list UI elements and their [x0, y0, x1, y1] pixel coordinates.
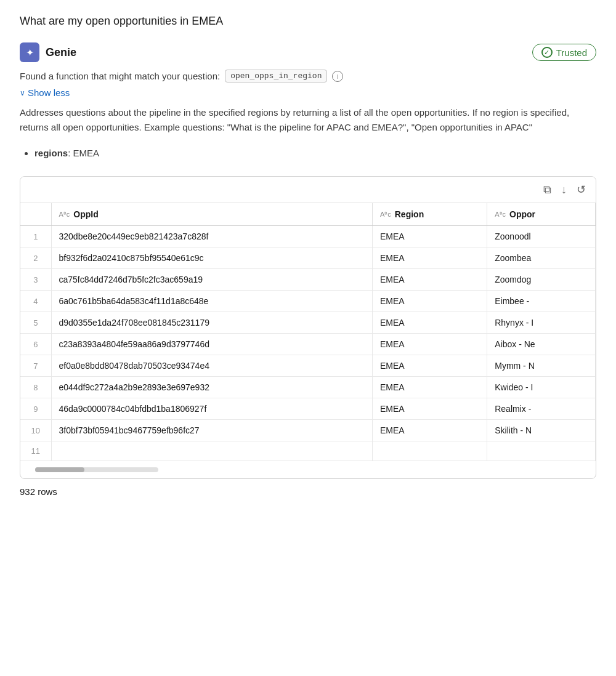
col-type-icon-region: Aᴮc	[380, 211, 391, 219]
trusted-label: Trusted	[556, 47, 587, 58]
table-row: 1 320dbe8e20c449ec9eb821423a7c828f EMEA …	[20, 226, 596, 247]
col-label-opportu: Oppor	[509, 209, 535, 219]
genie-card: ✦ Genie ✓ Trusted Found a function that …	[20, 42, 596, 497]
cell-region: EMEA	[372, 377, 487, 398]
cell-oppid: ef0a0e8bdd80478dab70503ce93474e4	[51, 355, 372, 377]
cell-rownum: 6	[20, 334, 51, 355]
param-value: EMEA	[73, 148, 100, 158]
cell-oppid: 320dbe8e20c449ec9eb821423a7c828f	[51, 226, 372, 247]
cell-region: EMEA	[372, 420, 487, 441]
cell-opportu: Skilith - N	[487, 420, 596, 441]
cell-region: EMEA	[372, 312, 487, 334]
cell-opportu: Zoonoodl	[487, 226, 596, 247]
table-row: 10 3f0bf73bf05941bc9467759efb96fc27 EMEA…	[20, 420, 596, 441]
cell-opportu: Mymm - N	[487, 355, 596, 377]
cell-oppid: bf932f6d2a02410c875bf95540e61c9c	[51, 247, 372, 269]
cell-opportu: Rhynyx - I	[487, 312, 596, 334]
cell-oppid: 46da9c0000784c04bfdbd1ba1806927f	[51, 398, 372, 420]
cell-oppid: d9d0355e1da24f708ee081845c231179	[51, 312, 372, 334]
cell-region: EMEA	[372, 355, 487, 377]
genie-header: ✦ Genie ✓ Trusted	[20, 42, 596, 62]
cell-oppid-partial	[51, 441, 372, 461]
rows-count: 932 rows	[20, 486, 596, 497]
cell-oppid: ca75fc84dd7246d7b5fc2fc3ac659a19	[51, 269, 372, 291]
table-row: 5 d9d0355e1da24f708ee081845c231179 EMEA …	[20, 312, 596, 334]
sparkle-icon: ✦	[26, 47, 34, 58]
col-label-region: Region	[395, 209, 424, 219]
query-text: What are my open opportunities in EMEA	[20, 15, 596, 28]
table-header-row: Aᴮc OppId Aᴮc Region Aᴮc	[20, 203, 596, 226]
cell-region: EMEA	[372, 247, 487, 269]
info-icon[interactable]: i	[332, 71, 343, 82]
table-row: 3 ca75fc84dd7246d7b5fc2fc3ac659a19 EMEA …	[20, 269, 596, 291]
scroll-row	[20, 461, 596, 478]
table-header-rownum	[20, 203, 51, 226]
cell-rownum-partial: 11	[20, 441, 51, 461]
table-row: 7 ef0a0e8bdd80478dab70503ce93474e4 EMEA …	[20, 355, 596, 377]
copy-icon[interactable]: ⧉	[543, 183, 551, 196]
function-description: Addresses questions about the pipeline i…	[20, 105, 596, 135]
data-table-container: ⧉ ↓ ↺ Aᴮc OppId	[20, 176, 596, 479]
table-header-region: Aᴮc Region	[372, 203, 487, 226]
cell-rownum: 2	[20, 247, 51, 269]
cell-rownum: 3	[20, 269, 51, 291]
genie-icon: ✦	[20, 42, 39, 62]
cell-rownum: 10	[20, 420, 51, 441]
trusted-badge: ✓ Trusted	[532, 44, 596, 61]
cell-region: EMEA	[372, 398, 487, 420]
params-list: regions: EMEA	[34, 145, 596, 161]
check-circle-icon: ✓	[541, 47, 553, 58]
table-row: 6 c23a8393a4804fe59aa86a9d3797746d EMEA …	[20, 334, 596, 355]
table-row: 8 e044df9c272a4a2b9e2893e3e697e932 EMEA …	[20, 377, 596, 398]
col-type-icon-opportu: Aᴮc	[495, 211, 506, 219]
found-function-text: Found a function that might match your q…	[20, 71, 220, 81]
table-row: 9 46da9c0000784c04bfdbd1ba1806927f EMEA …	[20, 398, 596, 420]
cell-opportu: Eimbee -	[487, 291, 596, 312]
cell-oppid: c23a8393a4804fe59aa86a9d3797746d	[51, 334, 372, 355]
cell-opportu: Zoomdog	[487, 269, 596, 291]
function-name-badge[interactable]: open_opps_in_region	[225, 70, 327, 82]
scrollbar-thumb	[35, 467, 84, 472]
cell-rownum: 1	[20, 226, 51, 247]
show-less-label: Show less	[28, 87, 70, 98]
found-function-row: Found a function that might match your q…	[20, 70, 596, 82]
table-header-oppid: Aᴮc OppId	[51, 203, 372, 226]
chevron-down-icon: ∨	[20, 89, 25, 97]
table-row-partial: 11	[20, 441, 596, 461]
horizontal-scrollbar[interactable]	[35, 467, 158, 472]
cell-opportu: Zoombea	[487, 247, 596, 269]
show-less-button[interactable]: ∨ Show less	[20, 87, 70, 98]
cell-oppid: 6a0c761b5ba64da583c4f11d1a8c648e	[51, 291, 372, 312]
table-toolbar: ⧉ ↓ ↺	[20, 177, 596, 203]
cell-rownum: 4	[20, 291, 51, 312]
cell-oppid: e044df9c272a4a2b9e2893e3e697e932	[51, 377, 372, 398]
cell-rownum: 5	[20, 312, 51, 334]
table-row: 2 bf932f6d2a02410c875bf95540e61c9c EMEA …	[20, 247, 596, 269]
cell-opportu: Kwideo - I	[487, 377, 596, 398]
table-row: 4 6a0c761b5ba64da583c4f11d1a8c648e EMEA …	[20, 291, 596, 312]
refresh-icon[interactable]: ↺	[577, 183, 586, 196]
cell-rownum: 8	[20, 377, 51, 398]
cell-opportu-partial	[487, 441, 596, 461]
cell-rownum: 9	[20, 398, 51, 420]
cell-region: EMEA	[372, 226, 487, 247]
genie-title-row: ✦ Genie	[20, 42, 76, 62]
cell-region-partial	[372, 441, 487, 461]
cell-rownum: 7	[20, 355, 51, 377]
cell-region: EMEA	[372, 291, 487, 312]
cell-oppid: 3f0bf73bf05941bc9467759efb96fc27	[51, 420, 372, 441]
genie-name: Genie	[46, 46, 76, 59]
col-type-icon-oppid: Aᴮc	[59, 211, 70, 219]
cell-opportu: Aibox - Ne	[487, 334, 596, 355]
table-wrapper: Aᴮc OppId Aᴮc Region Aᴮc	[20, 203, 596, 461]
param-item: regions: EMEA	[34, 145, 596, 161]
cell-opportu: Realmix -	[487, 398, 596, 420]
param-name: regions	[34, 148, 68, 158]
cell-region: EMEA	[372, 269, 487, 291]
download-icon[interactable]: ↓	[561, 183, 567, 196]
data-table: Aᴮc OppId Aᴮc Region Aᴮc	[20, 203, 596, 461]
cell-region: EMEA	[372, 334, 487, 355]
col-label-oppid: OppId	[73, 209, 98, 219]
table-header-opportu: Aᴮc Oppor	[487, 203, 596, 226]
